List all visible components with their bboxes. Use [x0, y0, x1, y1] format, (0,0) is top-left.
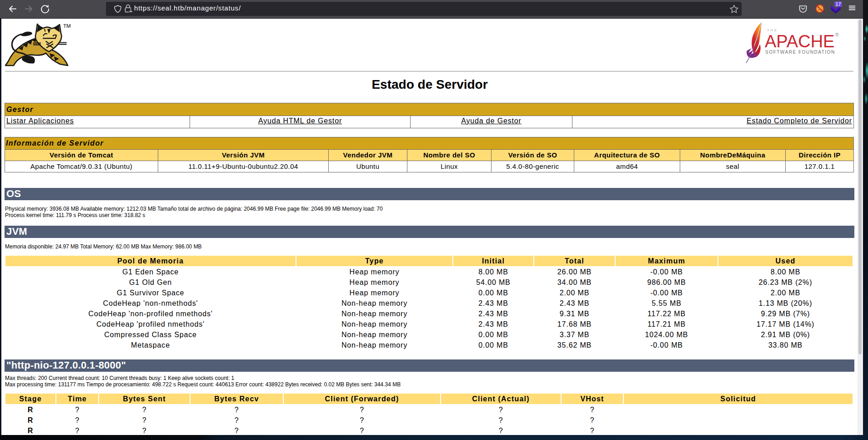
svg-text:17: 17	[835, 1, 841, 7]
svg-text:TM: TM	[63, 23, 71, 29]
svg-text:APACHE: APACHE	[765, 32, 834, 51]
svg-text:SOFTWARE FOUNDATION: SOFTWARE FOUNDATION	[765, 50, 835, 55]
svg-text:®: ®	[835, 32, 839, 37]
